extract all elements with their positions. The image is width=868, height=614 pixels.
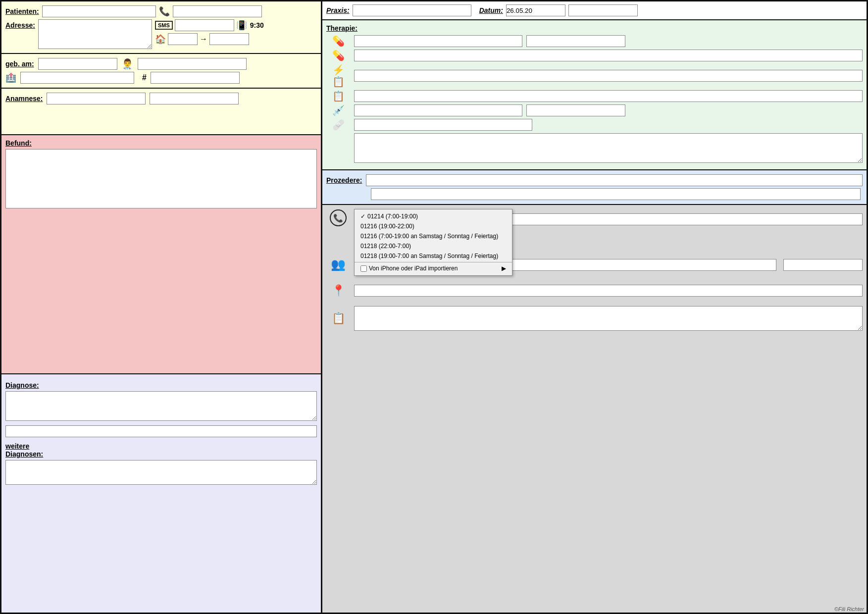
therapie-section: Therapie: 💊 💊 ⚡📋 📋: [322, 20, 867, 170]
arrow-input[interactable]: [209, 33, 249, 45]
referral-input2[interactable]: [783, 259, 863, 271]
phone-callback-svg: 📞: [329, 209, 347, 227]
svg-text:📞: 📞: [333, 213, 343, 223]
anamnese-input2[interactable]: [150, 93, 239, 104]
praxis-row: Praxis: Datum:: [322, 1, 867, 20]
diagnose-input1[interactable]: [5, 391, 317, 421]
therapie-input-6[interactable]: [354, 119, 532, 131]
sms-block: SMS 📳 9:30 🏠 →: [155, 19, 264, 45]
datum-input2[interactable]: [568, 4, 638, 16]
pills-icon-2: 💊: [326, 50, 350, 61]
gebam-input[interactable]: [38, 58, 117, 70]
location-icon: 📍: [326, 280, 350, 301]
callback-icon: 📞: [326, 209, 350, 230]
medical-id-icon: 🏥: [5, 72, 16, 83]
befund-label: Befund:: [5, 139, 32, 147]
svg-text:📋: 📋: [332, 311, 346, 325]
sms-icon: SMS: [155, 21, 173, 30]
copyright-text: ©Fili Richter: [834, 606, 864, 612]
therapie-input-1b[interactable]: [526, 35, 625, 47]
pills-icon-1: 💊: [326, 35, 350, 47]
anamnese-section: Anamnese:: [1, 89, 321, 135]
hash-symbol: #: [142, 73, 147, 82]
dropdown-menu: ✓ 01214 (7:00-19:00) 01216 (19:00-22:00)…: [354, 209, 512, 276]
weitere-diagnosen-label: weitereDiagnosen:: [5, 442, 43, 458]
home-work-icon: 🏠: [155, 34, 166, 45]
gebam-section: geb. am: 👨‍⚕️ 🏥 #: [1, 54, 321, 89]
weitere-diagnosen-input[interactable]: [5, 460, 317, 485]
therapie-row-4: 📋: [326, 90, 863, 102]
syringe-icon: 💉: [326, 104, 350, 116]
therapie-input-3[interactable]: [354, 70, 863, 82]
therapie-input-4[interactable]: [354, 90, 863, 102]
dropdown-item-4[interactable]: 01218 (19:00-7:00 an Samstag / Sonntag /…: [355, 251, 512, 261]
contact-row-location: 📍: [326, 280, 863, 301]
adresse-label: Adresse:: [5, 21, 35, 29]
anamnese-input1[interactable]: [47, 93, 146, 104]
therapie-textarea-main[interactable]: [354, 133, 863, 163]
therapie-input-2[interactable]: [354, 50, 863, 61]
dropdown-item-1[interactable]: 01216 (19:00-22:00): [355, 221, 512, 231]
location-input[interactable]: [354, 285, 863, 297]
doctor-icon: 👨‍⚕️: [121, 58, 134, 70]
contact-row-notes: 📋: [326, 306, 863, 331]
prozedere-section: Prozedere:: [322, 170, 867, 205]
therapie-row-6: 🩹: [326, 119, 863, 131]
sms-input[interactable]: [175, 19, 234, 31]
dropdown-checkbox-item[interactable]: Von iPhone oder iPad importieren ▶: [355, 263, 512, 273]
prozedere-label: Prozedere:: [326, 176, 362, 184]
patienten-section: Patienten: 📞 Adresse: SMS: [1, 1, 321, 54]
home-input[interactable]: [168, 33, 198, 45]
notes-textarea[interactable]: [354, 306, 863, 331]
referral-svg: 👥: [329, 255, 347, 272]
phone-ring-icon: 📳: [236, 20, 247, 31]
therapie-row-2: 💊: [326, 50, 863, 61]
praxis-input[interactable]: [353, 4, 471, 16]
checkmark: ✓: [360, 213, 365, 220]
notes-icon: 📋: [326, 308, 350, 329]
diagnose-input2[interactable]: [5, 425, 317, 437]
patienten-name-input[interactable]: [42, 5, 156, 17]
import-arrow: ▶: [502, 265, 506, 272]
import-label: Von iPhone oder iPad importieren: [369, 265, 458, 272]
gebam-label: geb. am:: [5, 60, 34, 68]
contact-section: 📞 ✓ 01214 (7:00-19:00) 01216 (19:00-22:0…: [322, 205, 867, 613]
doctor-input[interactable]: [138, 58, 247, 70]
prozedere-input-2[interactable]: [371, 188, 861, 200]
befund-content[interactable]: [5, 149, 317, 208]
patienten-label: Patienten:: [5, 7, 39, 15]
lightning-device-icon: ⚡📋: [326, 64, 350, 88]
left-column: Patienten: 📞 Adresse: SMS: [1, 1, 322, 613]
befund-section: Befund:: [1, 135, 321, 374]
svg-text:📍: 📍: [332, 284, 346, 297]
hash-input[interactable]: [151, 72, 240, 84]
phone-icon: 📞: [159, 6, 170, 17]
dropdown-item-2[interactable]: 01216 (7:00-19:00 an Samstag / Sonntag /…: [355, 231, 512, 241]
kranken-input[interactable]: [20, 72, 134, 84]
dropdown-item-3[interactable]: 01218 (22:00-7:00): [355, 241, 512, 251]
therapie-row-1: 💊: [326, 35, 863, 47]
diagnose-label: Diagnose:: [5, 381, 39, 389]
anamnese-label: Anamnese:: [5, 95, 43, 102]
patienten-phone-input[interactable]: [173, 5, 262, 17]
dropdown-item-checked[interactable]: ✓ 01214 (7:00-19:00): [355, 211, 512, 221]
import-checkbox[interactable]: [360, 265, 367, 272]
therapie-label: Therapie:: [326, 24, 357, 32]
notes-svg: 📋: [329, 308, 347, 326]
diagnose-section: Diagnose: weitereDiagnosen:: [1, 374, 321, 613]
svg-text:👥: 👥: [331, 257, 346, 271]
adresse-input[interactable]: [38, 19, 152, 49]
therapie-row-7: [326, 133, 863, 163]
datum-input[interactable]: [506, 4, 565, 16]
therapie-input-1a[interactable]: [354, 35, 522, 47]
therapie-input-5a[interactable]: [354, 104, 522, 116]
contact-row-phone: 📞 ✓ 01214 (7:00-19:00) 01216 (19:00-22:0…: [326, 209, 863, 230]
referral-icon: 👥: [326, 255, 350, 275]
therapie-row-5: 💉: [326, 104, 863, 116]
therapie-input-5b[interactable]: [526, 104, 625, 116]
right-column: Praxis: Datum: Therapie: 💊 💊: [322, 1, 867, 613]
datum-label: Datum:: [479, 6, 503, 14]
bandage-icon: 🩹: [326, 119, 350, 131]
arrow-icon: →: [200, 35, 207, 44]
prozedere-input-1[interactable]: [366, 174, 863, 186]
